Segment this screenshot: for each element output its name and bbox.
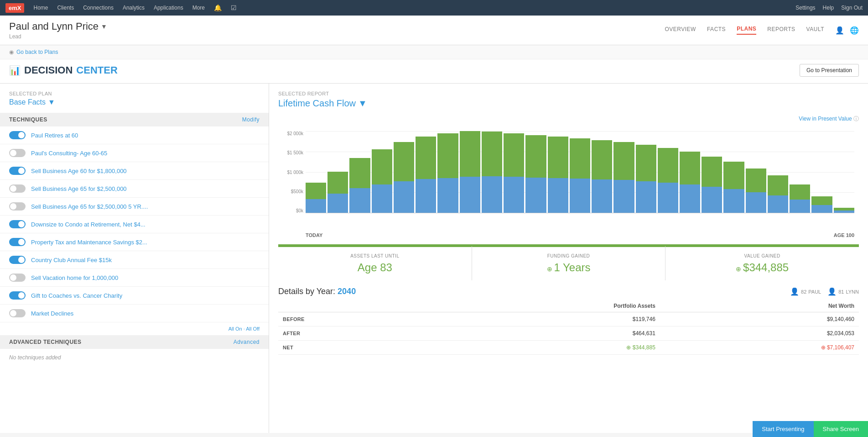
bar-green-22: [790, 184, 810, 200]
nav-signout[interactable]: Sign Out: [841, 5, 863, 11]
advanced-link[interactable]: Advanced: [234, 339, 260, 345]
nav-left: emX Home Clients Connections Analytics A…: [5, 3, 237, 13]
chart-bar-group[interactable]: [437, 133, 458, 213]
technique-label-3[interactable]: Sell Business Age 65 for $2,500,000: [31, 185, 127, 192]
tab-vault[interactable]: VAULT: [806, 26, 824, 34]
share-screen-button[interactable]: Share Screen: [814, 421, 868, 433]
technique-label-10[interactable]: Market Declines: [31, 310, 73, 317]
chart-bar-group[interactable]: [834, 208, 854, 213]
nav-applications[interactable]: Applications: [154, 5, 183, 11]
details-header-text: Details by Year:: [278, 287, 335, 296]
technique-toggle-2[interactable]: [9, 167, 26, 175]
technique-label-4[interactable]: Sell Business Age 65 for $2,500,000 5 YR…: [31, 203, 148, 210]
technique-label-7[interactable]: Country Club Annual Fee $15k: [31, 257, 112, 263]
back-link[interactable]: Go back to Plans: [16, 49, 58, 55]
technique-toggle-4[interactable]: [9, 202, 26, 211]
technique-label-2[interactable]: Sell Business Age 60 for $1,800,000: [31, 168, 127, 174]
bell-icon[interactable]: 🔔: [214, 4, 222, 11]
nav-home[interactable]: Home: [33, 5, 48, 11]
chart-bar-group[interactable]: [570, 138, 590, 213]
chart-bar-group[interactable]: [768, 175, 788, 213]
chart-bar-group[interactable]: [504, 133, 524, 213]
chart-bar-group[interactable]: [394, 142, 414, 213]
tab-facts[interactable]: FACTS: [707, 26, 726, 34]
nav-help[interactable]: Help: [823, 5, 834, 11]
modify-link[interactable]: Modify: [242, 116, 260, 123]
technique-label-1[interactable]: Paul's Consulting- Age 60-65: [31, 150, 107, 157]
row-label-1: AFTER: [278, 326, 422, 341]
bar-green-15: [636, 145, 656, 181]
technique-label-0[interactable]: Paul Retires at 60: [31, 132, 78, 139]
technique-toggle-9[interactable]: [9, 291, 26, 300]
table-row: AFTER $464,631 $2,034,053: [278, 326, 859, 341]
technique-item: Sell Business Age 60 for $1,800,000: [0, 162, 269, 180]
lynn-age: 81: [838, 289, 844, 295]
chart-bar-group[interactable]: [548, 137, 568, 213]
check-icon[interactable]: ☑: [231, 4, 237, 11]
bar-blue-8: [482, 176, 502, 213]
advanced-header: ADVANCED TECHNIQUES Advanced: [0, 335, 269, 349]
selected-report-value[interactable]: Lifetime Cash Flow ▼: [278, 98, 859, 109]
chart-bar-group[interactable]: [790, 184, 810, 213]
y-label-3: $1 500k: [278, 150, 303, 155]
technique-toggle-1[interactable]: [9, 149, 26, 157]
bar-blue-21: [768, 195, 788, 213]
chart-bar-group[interactable]: [372, 149, 392, 213]
chart-bar-group[interactable]: [482, 132, 502, 213]
chart-bar-group[interactable]: [811, 196, 832, 213]
technique-toggle-10[interactable]: [9, 309, 26, 317]
technique-label-5[interactable]: Downsize to Condo at Retirement, Net $4.…: [31, 221, 146, 228]
chart-container: $2 000k $1 500k $1 000k $500k $0k: [278, 126, 859, 227]
technique-toggle-3[interactable]: [9, 184, 26, 193]
client-name[interactable]: Paul and Lynn Price ▼: [9, 21, 107, 32]
bar-blue-7: [460, 177, 480, 213]
technique-toggle-7[interactable]: [9, 256, 26, 264]
assets-value: Age 83: [286, 261, 464, 274]
technique-label-6[interactable]: Property Tax and Maintenance Savings $2.…: [31, 239, 147, 246]
tab-plans[interactable]: PLANS: [737, 26, 756, 35]
chart-bar-group[interactable]: [613, 142, 634, 213]
technique-label-8[interactable]: Sell Vacation home for 1,000,000: [31, 274, 118, 281]
nav-analytics[interactable]: Analytics: [123, 5, 145, 11]
nav-more[interactable]: More: [192, 5, 205, 11]
all-off-link[interactable]: All Off: [246, 326, 260, 332]
nav-clients[interactable]: Clients: [57, 5, 74, 11]
logo[interactable]: emX: [5, 3, 24, 13]
view-present-value: View in Present Value ⓘ: [278, 115, 859, 123]
chart-bar-group[interactable]: [636, 145, 656, 213]
start-presenting-button[interactable]: Start Presenting: [753, 421, 813, 433]
chart-bar-group[interactable]: [327, 172, 348, 213]
tab-overview[interactable]: OVERVIEW: [665, 26, 696, 34]
tab-reports[interactable]: REPORTS: [767, 26, 795, 34]
selected-plan-value[interactable]: Base Facts ▼: [0, 98, 269, 113]
person-icon[interactable]: 👤: [835, 26, 844, 35]
chart-bar-group[interactable]: [680, 152, 700, 213]
chart-bar-group[interactable]: [525, 135, 546, 213]
bar-blue-20: [746, 192, 766, 213]
globe-icon[interactable]: 🌐: [850, 26, 859, 35]
client-tabs: OVERVIEW FACTS PLANS REPORTS VAULT 👤 🌐: [665, 26, 859, 35]
bar-blue-3: [372, 184, 392, 213]
chart-bar-group[interactable]: [416, 137, 436, 213]
bottom-bar: Start Presenting Share Screen: [753, 421, 868, 433]
nav-settings[interactable]: Settings: [795, 5, 815, 11]
advanced-label: ADVANCED TECHNIQUES: [9, 339, 82, 345]
chart-bar-group[interactable]: [349, 158, 370, 213]
all-on-link[interactable]: All On: [229, 326, 242, 332]
technique-toggle-0[interactable]: [9, 131, 26, 139]
nav-connections[interactable]: Connections: [83, 5, 114, 11]
view-present-value-link[interactable]: View in Present Value: [799, 116, 852, 122]
chart-bar-group[interactable]: [702, 157, 722, 213]
technique-toggle-8[interactable]: [9, 274, 26, 282]
technique-toggle-5[interactable]: [9, 220, 26, 228]
chart-bar-group[interactable]: [460, 131, 480, 213]
chart-bar-group[interactable]: [592, 140, 612, 213]
chart-bar-group[interactable]: [746, 168, 766, 213]
chart-bar-group[interactable]: [658, 148, 678, 213]
chart-bar-group[interactable]: [306, 183, 326, 213]
go-presentation-button[interactable]: Go to Presentation: [800, 64, 859, 77]
chart-bar-group[interactable]: [723, 162, 744, 213]
technique-toggle-6[interactable]: [9, 238, 26, 246]
technique-label-9[interactable]: Gift to Coaches vs. Cancer Charity: [31, 292, 122, 299]
breadcrumb: ◉ Go back to Plans: [0, 45, 868, 59]
